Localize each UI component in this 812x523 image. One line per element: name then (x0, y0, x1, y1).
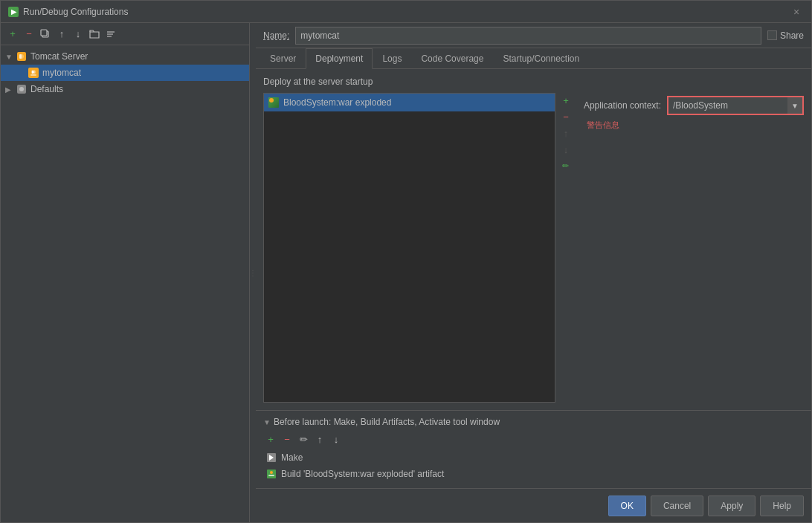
before-launch-title: Before launch: Make, Build Artifacts, Ac… (274, 417, 500, 427)
before-item-make[interactable]: Make (263, 449, 804, 466)
before-launch-header: ▼ Before launch: Make, Build Artifacts, … (263, 417, 804, 427)
make-icon (266, 452, 277, 463)
svg-rect-18 (268, 475, 274, 476)
tree-mytomcat[interactable]: ▶ mytomcat (1, 65, 249, 81)
mytomcat-icon (28, 67, 39, 79)
before-add-button[interactable]: + (263, 432, 278, 446)
main-content: + − ↑ ↓ (1, 23, 811, 522)
close-button[interactable]: × (789, 4, 804, 19)
tab-code-coverage[interactable]: Code Coverage (411, 48, 493, 69)
app-context-label: Application context: (584, 100, 661, 111)
deploy-item-text: BloodSystem:war exploded (283, 97, 391, 108)
resize-handle[interactable]: ⋮ (250, 23, 256, 522)
context-input[interactable] (668, 97, 787, 114)
before-item-build[interactable]: Build 'BloodSystem:war exploded' artifac… (263, 466, 804, 482)
deploy-add-button[interactable]: + (558, 93, 573, 108)
tab-deployment[interactable]: Deployment (306, 48, 373, 69)
context-input-wrap: ▼ (667, 96, 804, 115)
mytomcat-label: mytomcat (42, 68, 81, 78)
apply-button[interactable]: Apply (708, 496, 755, 516)
tabs-row: Server Deployment Logs Code Coverage Sta… (256, 48, 811, 69)
before-item-build-label: Build 'BloodSystem:war exploded' artifac… (281, 469, 444, 479)
tab-content: Deploy at the server startup BloodSystem… (256, 69, 811, 488)
before-item-make-label: Make (281, 452, 303, 463)
title-bar: ▶ Run/Debug Configurations × (1, 1, 811, 23)
ok-button[interactable]: OK (608, 496, 646, 516)
defaults-icon (16, 83, 28, 95)
share-area: Share (767, 30, 804, 41)
before-remove-button[interactable]: − (280, 432, 294, 446)
bottom-buttons: OK Cancel Apply Help (256, 488, 811, 522)
name-row: Name: Share (256, 23, 811, 48)
build-icon (266, 469, 277, 479)
sort-button[interactable] (103, 27, 118, 42)
before-up-button[interactable]: ↑ (312, 432, 327, 446)
tomcat-group-icon (16, 51, 28, 62)
tree-defaults[interactable]: ▶ Defaults (1, 81, 249, 97)
defaults-label: Defaults (30, 84, 63, 94)
tab-logs[interactable]: Logs (373, 48, 411, 69)
artifact-icon (268, 97, 279, 108)
svg-point-17 (270, 471, 273, 474)
deploy-up-button[interactable]: ↑ (558, 126, 573, 140)
deploy-list-area: BloodSystem:war exploded + − ↑ ↓ ✏ (263, 93, 804, 403)
left-panel: + − ↑ ↓ (1, 23, 250, 522)
tree-tomcat-group[interactable]: ▼ Tomcat Server (1, 48, 249, 65)
config-tree: ▼ Tomcat Server ▶ (1, 45, 249, 522)
add-config-button[interactable]: + (5, 27, 20, 42)
tab-server[interactable]: Server (260, 48, 306, 69)
context-dropdown-button[interactable]: ▼ (787, 97, 802, 114)
deploy-down-button[interactable]: ↓ (558, 142, 573, 157)
svg-rect-10 (30, 74, 36, 76)
app-context-row: Application context: ▼ (584, 93, 804, 115)
tomcat-group-label: Tomcat Server (30, 51, 88, 62)
remove-config-button[interactable]: − (22, 27, 36, 42)
svg-rect-1 (41, 30, 47, 36)
run-debug-dialog: ▶ Run/Debug Configurations × + − ↑ ↓ (0, 0, 812, 523)
expand-arrow: ▼ (5, 53, 13, 61)
before-edit-button[interactable]: ✏ (296, 432, 311, 446)
deployment-panel: Deploy at the server startup BloodSystem… (256, 69, 811, 410)
title-bar-left: ▶ Run/Debug Configurations (8, 7, 128, 17)
defaults-arrow: ▶ (5, 85, 13, 94)
folder-button[interactable] (87, 27, 102, 42)
cancel-button[interactable]: Cancel (651, 496, 703, 516)
warning-area: 警告信息 (584, 120, 804, 131)
deploy-section-label: Deploy at the server startup (263, 77, 804, 87)
before-launch-collapse[interactable]: ▼ (263, 418, 271, 426)
copy-config-button[interactable] (38, 27, 53, 42)
right-panel: Name: Share Server Deployment Logs Code … (256, 23, 811, 522)
help-button[interactable]: Help (760, 496, 804, 516)
before-launch-section: ▼ Before launch: Make, Build Artifacts, … (256, 410, 811, 488)
tab-startup-connection[interactable]: Startup/Connection (493, 48, 589, 69)
deploy-edit-button[interactable]: ✏ (558, 158, 573, 173)
before-down-button[interactable]: ↓ (329, 432, 344, 446)
move-up-button[interactable]: ↑ (54, 27, 69, 42)
warning-text: 警告信息 (584, 120, 619, 129)
left-toolbar: + − ↑ ↓ (1, 23, 249, 45)
before-launch-toolbar: + − ✏ ↑ ↓ (263, 432, 804, 446)
name-label: Name: (263, 30, 289, 41)
app-icon: ▶ (8, 7, 19, 17)
list-side-toolbar: + − ↑ ↓ ✏ (558, 93, 573, 403)
before-launch-list: Make Build 'BloodSystem:war exploded' ar… (263, 449, 804, 482)
svg-point-13 (19, 87, 24, 91)
dialog-title: Run/Debug Configurations (23, 7, 128, 17)
deploy-item-artifact[interactable]: BloodSystem:war exploded (264, 94, 555, 111)
deploy-list: BloodSystem:war exploded (263, 93, 555, 403)
deploy-remove-button[interactable]: − (558, 109, 573, 124)
share-label: Share (780, 30, 804, 41)
share-checkbox[interactable] (767, 30, 777, 40)
svg-rect-7 (19, 54, 22, 59)
move-down-button[interactable]: ↓ (71, 27, 86, 42)
name-input[interactable] (295, 27, 761, 45)
